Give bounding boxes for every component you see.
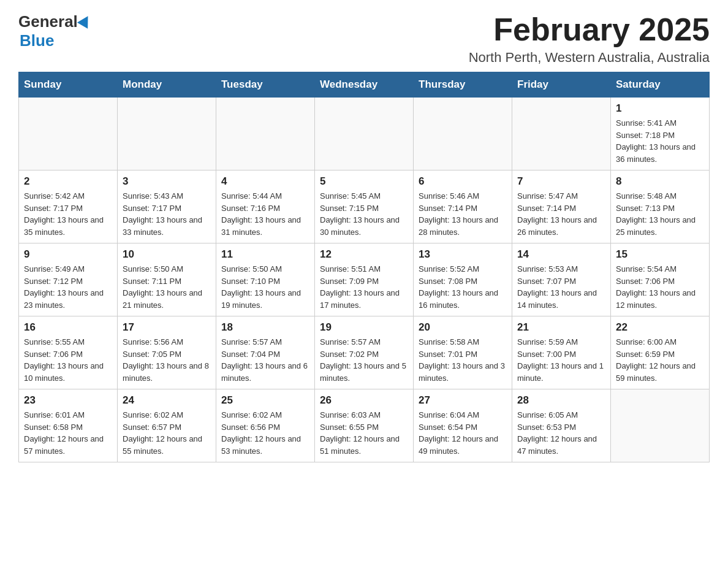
days-of-week-row: SundayMondayTuesdayWednesdayThursdayFrid… [19,72,710,98]
calendar-cell: 21Sunrise: 5:59 AMSunset: 7:00 PMDayligh… [512,316,611,389]
calendar-table: SundayMondayTuesdayWednesdayThursdayFrid… [18,72,710,462]
calendar-cell: 28Sunrise: 6:05 AMSunset: 6:53 PMDayligh… [512,389,611,462]
day-of-week-header: Saturday [611,72,710,98]
calendar-cell [315,98,414,170]
day-number: 1 [616,102,704,115]
day-number: 15 [616,248,704,261]
day-number: 3 [123,175,211,188]
calendar-cell: 13Sunrise: 5:52 AMSunset: 7:08 PMDayligh… [414,243,512,316]
calendar-cell: 14Sunrise: 5:53 AMSunset: 7:07 PMDayligh… [512,243,611,316]
day-number: 4 [221,175,309,188]
day-of-week-header: Wednesday [315,72,414,98]
calendar-cell [414,98,512,170]
day-detail: Sunrise: 5:56 AMSunset: 7:05 PMDaylight:… [123,336,211,384]
day-number: 26 [320,394,408,407]
day-detail: Sunrise: 5:59 AMSunset: 7:00 PMDaylight:… [517,336,605,384]
day-number: 10 [123,248,211,261]
calendar-cell: 16Sunrise: 5:55 AMSunset: 7:06 PMDayligh… [19,316,118,389]
logo-triangle-icon [77,13,93,29]
week-row: 9Sunrise: 5:49 AMSunset: 7:12 PMDaylight… [19,243,710,316]
calendar-cell: 23Sunrise: 6:01 AMSunset: 6:58 PMDayligh… [19,389,118,462]
calendar-cell: 25Sunrise: 6:02 AMSunset: 6:56 PMDayligh… [216,389,315,462]
day-number: 23 [24,394,112,407]
day-of-week-header: Friday [512,72,611,98]
title-area: February 2025 North Perth, Western Austr… [469,12,710,66]
day-detail: Sunrise: 6:02 AMSunset: 6:57 PMDaylight:… [123,409,211,457]
calendar-cell: 6Sunrise: 5:46 AMSunset: 7:14 PMDaylight… [414,170,512,243]
logo-general-text: General [18,12,78,31]
day-detail: Sunrise: 5:44 AMSunset: 7:16 PMDaylight:… [221,190,309,238]
day-detail: Sunrise: 6:01 AMSunset: 6:58 PMDaylight:… [24,409,112,457]
day-number: 14 [517,248,605,261]
calendar-cell: 17Sunrise: 5:56 AMSunset: 7:05 PMDayligh… [118,316,216,389]
day-number: 6 [419,175,507,188]
day-detail: Sunrise: 6:03 AMSunset: 6:55 PMDaylight:… [320,409,408,457]
day-of-week-header: Sunday [19,72,118,98]
calendar-cell: 1Sunrise: 5:41 AMSunset: 7:18 PMDaylight… [611,98,710,170]
day-of-week-header: Monday [118,72,216,98]
calendar-cell: 9Sunrise: 5:49 AMSunset: 7:12 PMDaylight… [19,243,118,316]
calendar-cell [512,98,611,170]
day-detail: Sunrise: 5:54 AMSunset: 7:06 PMDaylight:… [616,263,704,311]
day-detail: Sunrise: 5:55 AMSunset: 7:06 PMDaylight:… [24,336,112,384]
day-number: 16 [24,321,112,334]
calendar-cell: 19Sunrise: 5:57 AMSunset: 7:02 PMDayligh… [315,316,414,389]
page-header: General Blue February 2025 North Perth, … [18,12,710,66]
calendar-cell: 4Sunrise: 5:44 AMSunset: 7:16 PMDaylight… [216,170,315,243]
day-detail: Sunrise: 5:50 AMSunset: 7:11 PMDaylight:… [123,263,211,311]
day-detail: Sunrise: 5:49 AMSunset: 7:12 PMDaylight:… [24,263,112,311]
week-row: 16Sunrise: 5:55 AMSunset: 7:06 PMDayligh… [19,316,710,389]
calendar-cell [19,98,118,170]
day-detail: Sunrise: 5:46 AMSunset: 7:14 PMDaylight:… [419,190,507,238]
calendar-cell [118,98,216,170]
day-number: 27 [419,394,507,407]
logo: General Blue [18,12,91,50]
week-row: 1Sunrise: 5:41 AMSunset: 7:18 PMDaylight… [19,98,710,170]
day-number: 7 [517,175,605,188]
calendar-cell: 27Sunrise: 6:04 AMSunset: 6:54 PMDayligh… [414,389,512,462]
calendar-subtitle: North Perth, Western Australia, Australi… [469,50,710,66]
day-number: 24 [123,394,211,407]
calendar-cell: 2Sunrise: 5:42 AMSunset: 7:17 PMDaylight… [19,170,118,243]
day-detail: Sunrise: 5:52 AMSunset: 7:08 PMDaylight:… [419,263,507,311]
logo-blue-text: Blue [20,31,54,50]
day-detail: Sunrise: 5:41 AMSunset: 7:18 PMDaylight:… [616,117,704,165]
day-number: 17 [123,321,211,334]
calendar-cell: 11Sunrise: 5:50 AMSunset: 7:10 PMDayligh… [216,243,315,316]
day-detail: Sunrise: 5:47 AMSunset: 7:14 PMDaylight:… [517,190,605,238]
day-number: 12 [320,248,408,261]
day-detail: Sunrise: 5:58 AMSunset: 7:01 PMDaylight:… [419,336,507,384]
day-number: 8 [616,175,704,188]
day-of-week-header: Thursday [414,72,512,98]
day-detail: Sunrise: 5:45 AMSunset: 7:15 PMDaylight:… [320,190,408,238]
calendar-cell: 8Sunrise: 5:48 AMSunset: 7:13 PMDaylight… [611,170,710,243]
day-number: 22 [616,321,704,334]
day-number: 18 [221,321,309,334]
day-number: 21 [517,321,605,334]
day-detail: Sunrise: 5:42 AMSunset: 7:17 PMDaylight:… [24,190,112,238]
calendar-title: February 2025 [469,12,710,47]
day-number: 25 [221,394,309,407]
day-detail: Sunrise: 5:50 AMSunset: 7:10 PMDaylight:… [221,263,309,311]
day-of-week-header: Tuesday [216,72,315,98]
calendar-cell: 7Sunrise: 5:47 AMSunset: 7:14 PMDaylight… [512,170,611,243]
calendar-cell: 15Sunrise: 5:54 AMSunset: 7:06 PMDayligh… [611,243,710,316]
calendar-cell: 22Sunrise: 6:00 AMSunset: 6:59 PMDayligh… [611,316,710,389]
day-detail: Sunrise: 6:02 AMSunset: 6:56 PMDaylight:… [221,409,309,457]
day-detail: Sunrise: 5:57 AMSunset: 7:02 PMDaylight:… [320,336,408,384]
calendar-cell [216,98,315,170]
day-number: 9 [24,248,112,261]
week-row: 23Sunrise: 6:01 AMSunset: 6:58 PMDayligh… [19,389,710,462]
calendar-cell: 24Sunrise: 6:02 AMSunset: 6:57 PMDayligh… [118,389,216,462]
day-number: 19 [320,321,408,334]
day-detail: Sunrise: 5:53 AMSunset: 7:07 PMDaylight:… [517,263,605,311]
day-detail: Sunrise: 5:51 AMSunset: 7:09 PMDaylight:… [320,263,408,311]
day-number: 28 [517,394,605,407]
calendar-cell: 20Sunrise: 5:58 AMSunset: 7:01 PMDayligh… [414,316,512,389]
day-detail: Sunrise: 5:48 AMSunset: 7:13 PMDaylight:… [616,190,704,238]
calendar-cell: 10Sunrise: 5:50 AMSunset: 7:11 PMDayligh… [118,243,216,316]
calendar-cell: 5Sunrise: 5:45 AMSunset: 7:15 PMDaylight… [315,170,414,243]
day-number: 13 [419,248,507,261]
day-detail: Sunrise: 6:04 AMSunset: 6:54 PMDaylight:… [419,409,507,457]
calendar-cell: 18Sunrise: 5:57 AMSunset: 7:04 PMDayligh… [216,316,315,389]
